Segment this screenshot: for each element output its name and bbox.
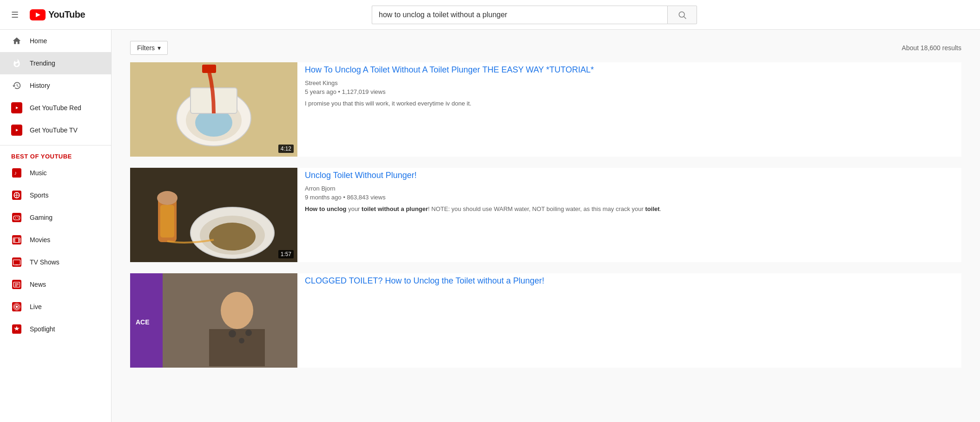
search-form bbox=[372, 6, 697, 24]
results-count: About 18,600 results bbox=[902, 44, 961, 52]
sidebar-label-news: News bbox=[30, 281, 46, 288]
svg-rect-47 bbox=[202, 65, 216, 73]
search-button[interactable] bbox=[667, 6, 697, 24]
home-icon bbox=[11, 35, 22, 46]
svg-line-3 bbox=[684, 16, 686, 19]
news-icon bbox=[11, 279, 22, 290]
svg-point-60 bbox=[229, 330, 236, 337]
tv-icon bbox=[11, 257, 22, 268]
search-input[interactable] bbox=[372, 6, 667, 24]
search-icon bbox=[677, 10, 687, 20]
sidebar-label-movies: Movies bbox=[30, 236, 50, 244]
svg-text:ACE: ACE bbox=[136, 318, 150, 326]
sidebar-label-live: Live bbox=[30, 303, 42, 310]
sidebar-item-get-yt-red[interactable]: Get YouTube Red bbox=[0, 97, 111, 119]
svg-rect-53 bbox=[160, 205, 174, 237]
video-title[interactable]: CLOGGED TOILET? How to Unclog the Toilet… bbox=[305, 275, 954, 287]
sidebar-item-music[interactable]: ♪ Music bbox=[0, 162, 111, 184]
sidebar-label-home: Home bbox=[30, 37, 47, 45]
filters-button[interactable]: Filters ▾ bbox=[130, 41, 168, 55]
video-channel[interactable]: Street Kings bbox=[305, 79, 954, 86]
history-icon bbox=[11, 80, 22, 91]
filters-label: Filters bbox=[137, 44, 155, 52]
video-info: CLOGGED TOILET? How to Unclog the Toilet… bbox=[297, 273, 961, 368]
svg-point-54 bbox=[157, 191, 178, 205]
video-thumbnail[interactable]: 4:12 bbox=[130, 62, 297, 157]
sidebar-label-sports: Sports bbox=[30, 191, 48, 199]
youtube-tv-icon bbox=[11, 125, 22, 136]
sidebar-item-movies[interactable]: Movies bbox=[0, 229, 111, 251]
video-description: How to unclog your toilet without a plun… bbox=[305, 204, 954, 214]
video-meta: 5 years ago • 1,127,019 views bbox=[305, 88, 954, 95]
svg-point-19 bbox=[18, 218, 19, 219]
svg-rect-8 bbox=[12, 168, 21, 178]
svg-point-51 bbox=[209, 223, 256, 251]
svg-text:♪: ♪ bbox=[14, 170, 17, 176]
layout: Home Trending History Get YouTube Red Ge bbox=[0, 30, 980, 390]
sports-icon bbox=[11, 190, 22, 201]
header: ☰ YouTube bbox=[0, 0, 980, 30]
video-result: 4:12 How To Unclog A Toilet Without A To… bbox=[130, 62, 961, 157]
desc-part: How to unclog your toilet without a plun… bbox=[305, 205, 661, 212]
svg-point-58 bbox=[221, 292, 253, 329]
video-info: How To Unclog A Toilet Without A Toilet … bbox=[297, 62, 961, 157]
live-icon bbox=[11, 301, 22, 312]
svg-point-61 bbox=[239, 338, 244, 343]
youtube-logo-icon bbox=[30, 9, 46, 20]
sidebar-item-get-yt-tv[interactable]: Get YouTube TV bbox=[0, 119, 111, 141]
logo-text: YouTube bbox=[48, 9, 85, 20]
video-channel[interactable]: Arron Bjorn bbox=[305, 185, 954, 192]
sidebar-label-trending: Trending bbox=[30, 59, 55, 67]
sidebar-item-spotlight[interactable]: Spotlight bbox=[0, 318, 111, 340]
gaming-icon bbox=[11, 212, 22, 223]
svg-rect-59 bbox=[209, 329, 265, 366]
sidebar-label-get-yt-red: Get YouTube Red bbox=[30, 104, 81, 112]
video-description: I promise you that this will work, it wo… bbox=[305, 99, 954, 108]
video-thumbnail[interactable]: ACE bbox=[130, 273, 297, 368]
sidebar-label-tv-shows: TV Shows bbox=[30, 258, 59, 266]
filters-chevron-icon: ▾ bbox=[158, 44, 161, 52]
sidebar-item-trending[interactable]: Trending bbox=[0, 52, 111, 74]
spotlight-icon bbox=[11, 323, 22, 335]
flame-icon bbox=[11, 58, 22, 69]
video-result: 1:57 Unclog Toilet Without Plunger! Arro… bbox=[130, 168, 961, 262]
svg-point-62 bbox=[245, 330, 252, 336]
main-content: Filters ▾ About 18,600 results bbox=[112, 30, 980, 390]
sidebar-label-history: History bbox=[30, 82, 50, 89]
sidebar-item-tv-shows[interactable]: TV Shows bbox=[0, 251, 111, 273]
sidebar-item-sports[interactable]: Sports bbox=[0, 184, 111, 206]
video-duration: 1:57 bbox=[278, 250, 294, 258]
sidebar-section-label: BEST OF YOUTUBE bbox=[0, 149, 111, 162]
sidebar-label-music: Music bbox=[30, 169, 47, 177]
sidebar: Home Trending History Get YouTube Red Ge bbox=[0, 30, 112, 390]
sidebar-item-gaming[interactable]: Gaming bbox=[0, 206, 111, 229]
sidebar-item-live[interactable]: Live bbox=[0, 296, 111, 318]
sidebar-item-home[interactable]: Home bbox=[0, 30, 111, 52]
results-header: Filters ▾ About 18,600 results bbox=[130, 41, 961, 55]
sidebar-label-get-yt-tv: Get YouTube TV bbox=[30, 126, 78, 134]
music-icon: ♪ bbox=[11, 167, 22, 178]
video-title[interactable]: Unclog Toilet Without Plunger! bbox=[305, 170, 954, 181]
sidebar-label-spotlight: Spotlight bbox=[30, 325, 55, 333]
youtube-red-icon bbox=[11, 102, 22, 113]
svg-point-2 bbox=[679, 12, 684, 17]
svg-point-37 bbox=[16, 306, 18, 308]
logo-area[interactable]: YouTube bbox=[30, 9, 85, 20]
movies-icon bbox=[11, 234, 22, 245]
video-result: ACE CLOGGED TOILET? How to Unclog the To… bbox=[130, 273, 961, 368]
video-meta: 9 months ago • 863,843 views bbox=[305, 194, 954, 201]
video-title[interactable]: How To Unclog A Toilet Without A Toilet … bbox=[305, 64, 954, 76]
video-thumbnail[interactable]: 1:57 bbox=[130, 168, 297, 262]
video-info: Unclog Toilet Without Plunger! Arron Bjo… bbox=[297, 168, 961, 262]
video-duration: 4:12 bbox=[278, 145, 294, 153]
sidebar-label-gaming: Gaming bbox=[30, 214, 53, 221]
sidebar-divider bbox=[0, 145, 111, 145]
sidebar-item-news[interactable]: News bbox=[0, 273, 111, 296]
hamburger-button[interactable]: ☰ bbox=[7, 6, 22, 24]
sidebar-item-history[interactable]: History bbox=[0, 74, 111, 97]
svg-point-18 bbox=[18, 217, 19, 218]
